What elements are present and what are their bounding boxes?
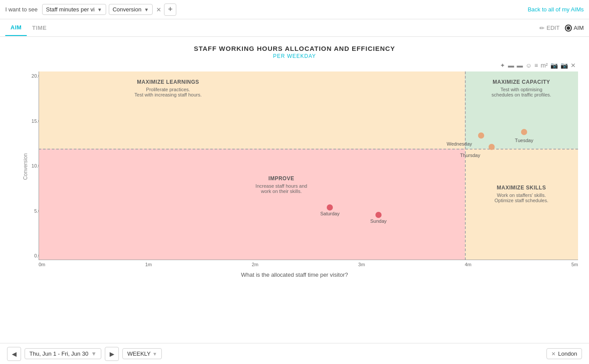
x-label-4: 4m [465, 262, 471, 267]
period-label: WEEKLY [127, 350, 150, 357]
data-point-sunday [375, 212, 382, 218]
x-label-5: 5m [571, 262, 578, 267]
tab-aim[interactable]: AIM [5, 20, 27, 36]
metric-dropdown-1[interactable]: Staff minutes per vi ▼ [42, 4, 106, 15]
q-bl-line1: Increase staff hours and [146, 183, 416, 189]
data-point-tuesday [521, 129, 527, 135]
scatter-icon[interactable]: ✦ [500, 62, 505, 69]
quadrant-label-top-right: MAXIMIZE CAPACITY Test with optimising s… [470, 79, 573, 97]
metric-dropdown-2[interactable]: Conversion ▼ [109, 4, 153, 15]
x-label-0: 0m [39, 262, 45, 267]
add-metric-button[interactable]: + [164, 4, 176, 16]
chevron-down-icon: ▼ [97, 7, 102, 12]
y-axis-line [39, 71, 39, 260]
q-tr-line2: schedules on traffic profiles. [470, 92, 573, 97]
x-label-1: 1m [145, 262, 152, 267]
data-point-thursday [489, 144, 495, 150]
metric-2-label: Conversion [113, 6, 142, 13]
edit-button[interactable]: ✏ EDIT [539, 25, 560, 32]
header-bar: I want to see Staff minutes per vi ▼ Con… [0, 0, 589, 19]
tab-actions: ✏ EDIT AIM [539, 25, 584, 32]
q-tr-title: MAXIMIZE CAPACITY [470, 79, 573, 85]
x-axis-labels: 0m 1m 2m 3m 4m 5m [39, 260, 578, 269]
bubble-icon[interactable]: ☺ [525, 62, 532, 69]
chevron-down-icon-2: ▼ [144, 7, 149, 12]
m2-icon[interactable]: m² [541, 62, 548, 69]
chart-title: STAFF WORKING HOURS ALLOCATION AND EFFIC… [9, 45, 580, 52]
date-range-text: Thu, Jun 1 - Fri, Jun 30 [29, 350, 88, 357]
data-label-tuesday: Tuesday [515, 138, 533, 143]
q-br-line1: Work on staffers' skills. [470, 193, 573, 198]
aim-button[interactable]: AIM [565, 25, 584, 32]
q-bl-line2: work on their skills. [146, 189, 416, 194]
data-label-thursday: Thursday [460, 153, 480, 158]
period-chevron-icon: ▼ [153, 351, 157, 357]
metric-1-label: Staff minutes per vi [46, 6, 95, 13]
x-label-3: 3m [358, 262, 365, 267]
next-period-button[interactable]: ▶ [105, 347, 119, 361]
quadrant-bottom-right [465, 149, 578, 260]
aim-radio-icon [565, 25, 572, 32]
data-label-saturday: Saturday [320, 211, 339, 216]
location-filter: ✕ London [546, 348, 582, 359]
q-bl-title: IMPROVE [146, 175, 416, 182]
calendar-icon: ▼ [91, 350, 96, 357]
i-want-to-see-label: I want to see [5, 6, 38, 13]
prev-period-button[interactable]: ◀ [7, 347, 21, 361]
remove-metric-button[interactable]: ✕ [156, 6, 161, 13]
edit-icon: ✏ [539, 25, 545, 32]
data-label-sunday: Sunday [370, 218, 386, 224]
date-range-display: Thu, Jun 1 - Fri, Jun 30 ▼ [25, 348, 101, 359]
remove-location-button[interactable]: ✕ [551, 351, 556, 357]
list-icon[interactable]: ≡ [535, 62, 538, 69]
tab-time[interactable]: TIME [27, 20, 52, 36]
bottom-bar: ◀ Thu, Jun 1 - Fri, Jun 30 ▼ ▶ WEEKLY ▼ … [0, 343, 589, 364]
bar2-icon[interactable]: ▬ [517, 62, 523, 69]
aim-radio-inner [567, 26, 570, 30]
q-tl-title: MAXIMIZE LEARNINGS [60, 79, 276, 85]
x-axis-title: What is the allocated staff time per vis… [9, 271, 580, 278]
data-point-saturday [327, 204, 333, 211]
data-label-wednesday: Wednesday [446, 141, 472, 146]
close-chart-icon[interactable]: ✕ [571, 62, 576, 69]
aim-label: AIM [574, 25, 584, 31]
edit-label: EDIT [546, 25, 560, 31]
q-tr-line1: Test with optimising [470, 87, 573, 92]
camera1-icon[interactable]: 📷 [550, 62, 558, 69]
data-point-wednesday [478, 132, 484, 139]
tabs-row: AIM TIME ✏ EDIT AIM [0, 19, 589, 37]
bar-icon[interactable]: ▬ [508, 62, 514, 69]
threshold-v-line [465, 71, 466, 260]
x-axis-line [39, 260, 578, 260]
quadrant-label-top-left: MAXIMIZE LEARNINGS Proliferate practices… [60, 79, 276, 97]
chart-container: STAFF WORKING HOURS ALLOCATION AND EFFIC… [0, 37, 589, 278]
plot-area: MAXIMIZE LEARNINGS Proliferate practices… [39, 71, 578, 260]
location-label: London [558, 350, 577, 357]
x-label-2: 2m [252, 262, 258, 267]
q-br-line2: Optimize staff schedules. [470, 198, 573, 203]
quadrant-bottom-left [39, 149, 465, 260]
quadrant-label-bottom-left: IMPROVE Increase staff hours and work on… [146, 175, 416, 194]
threshold-h-line [39, 149, 578, 150]
chart-subtitle: PER WEEKDAY [9, 53, 580, 59]
q-tl-line1: Proliferate practices. [60, 87, 276, 92]
chart-toolbar: ✦ ▬ ▬ ☺ ≡ m² 📷 📷 ✕ [9, 62, 580, 69]
camera2-icon[interactable]: 📷 [560, 62, 568, 69]
q-br-title: MAXIMIZE SKILLS [470, 185, 573, 191]
back-to-aims-link[interactable]: Back to all of my AIMs [528, 6, 584, 13]
period-selector[interactable]: WEEKLY ▼ [122, 348, 162, 359]
q-tl-line2: Test with increasing staff hours. [60, 92, 276, 97]
quadrant-label-bottom-right: MAXIMIZE SKILLS Work on staffers' skills… [470, 185, 573, 203]
